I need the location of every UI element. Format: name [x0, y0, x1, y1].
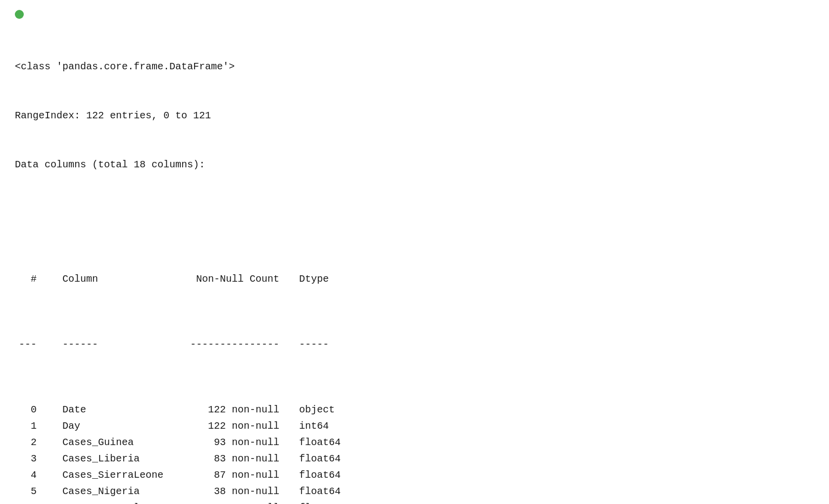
table-separator-row: --- ------ --------------- ----- — [15, 336, 814, 353]
row-dtype: float64 — [287, 500, 347, 504]
sep-nonnull: --------------- — [188, 336, 287, 353]
table-row: 4 Cases_SierraLeone87 non-null float64 — [15, 467, 814, 483]
row-nonnull-count: 87 non-null — [188, 467, 287, 483]
table-row: 5 Cases_Nigeria38 non-null float64 — [15, 483, 814, 500]
table-row: 6 Cases_Senegal25 non-null float64 — [15, 500, 814, 504]
table-row: 0 Date122 non-null object — [15, 402, 814, 418]
row-nonnull-count: 93 non-null — [188, 434, 287, 451]
row-nonnull-count: 122 non-null — [188, 418, 287, 434]
row-dtype: float64 — [287, 483, 347, 500]
row-nonnull-count: 122 non-null — [188, 402, 287, 418]
dataframe-info-table: # Column Non-Null Count Dtype --- ------… — [15, 222, 814, 504]
row-num: 0 — [15, 402, 45, 418]
col-header-column: Column — [45, 271, 188, 287]
table-row: 1 Day122 non-null int64 — [15, 418, 814, 434]
output-block: <class 'pandas.core.frame.DataFrame'> Ra… — [15, 26, 814, 504]
sep-dtype: ----- — [287, 336, 347, 353]
table-data-rows: 0 Date122 non-null object1 Day122 non-nu… — [15, 402, 814, 504]
status-indicator — [15, 10, 24, 19]
row-dtype: int64 — [287, 418, 347, 434]
row-num: 5 — [15, 483, 45, 500]
row-column-name: Cases_Guinea — [45, 434, 188, 451]
col-header-dtype: Dtype — [287, 271, 347, 287]
row-nonnull-count: 83 non-null — [188, 451, 287, 467]
sep-column: ------ — [45, 336, 188, 353]
row-column-name: Cases_Nigeria — [45, 483, 188, 500]
row-column-name: Cases_SierraLeone — [45, 467, 188, 483]
col-header-nonnull: Non-Null Count — [188, 271, 287, 287]
row-num: 4 — [15, 467, 45, 483]
row-num: 6 — [15, 500, 45, 504]
row-num: 1 — [15, 418, 45, 434]
table-row: 3 Cases_Liberia83 non-null float64 — [15, 451, 814, 467]
row-column-name: Day — [45, 418, 188, 434]
col-header-num: # — [15, 271, 45, 287]
row-num: 2 — [15, 434, 45, 451]
sep-num: --- — [15, 336, 45, 353]
table-row: 2 Cases_Guinea93 non-null float64 — [15, 434, 814, 451]
table-header-row: # Column Non-Null Count Dtype — [15, 271, 814, 287]
row-column-name: Cases_Liberia — [45, 451, 188, 467]
row-nonnull-count: 38 non-null — [188, 483, 287, 500]
row-column-name: Date — [45, 402, 188, 418]
range-index-line: RangeIndex: 122 entries, 0 to 121 — [15, 107, 814, 124]
row-dtype: float64 — [287, 451, 347, 467]
row-nonnull-count: 25 non-null — [188, 500, 287, 504]
row-dtype: float64 — [287, 467, 347, 483]
row-num: 3 — [15, 451, 45, 467]
data-columns-line: Data columns (total 18 columns): — [15, 156, 814, 173]
row-dtype: object — [287, 402, 347, 418]
row-column-name: Cases_Senegal — [45, 500, 188, 504]
row-dtype: float64 — [287, 434, 347, 451]
class-line: <class 'pandas.core.frame.DataFrame'> — [15, 58, 814, 75]
